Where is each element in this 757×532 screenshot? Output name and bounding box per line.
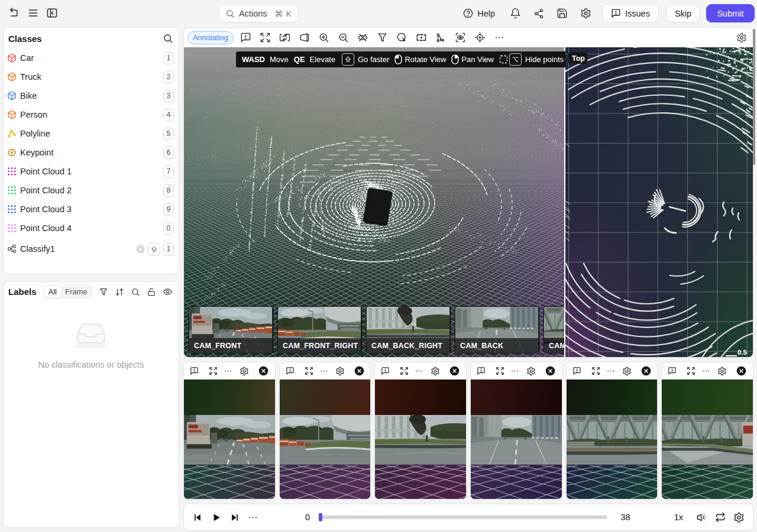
svg-text:CAM_: CAM_ [549, 342, 564, 350]
svg-text:CAM_FRONT: CAM_FRONT [194, 342, 241, 350]
svg-text:CAM_BACK_RIGHT: CAM_BACK_RIGHT [371, 342, 442, 350]
svg-text:CAM_BACK: CAM_BACK [460, 342, 503, 350]
svg-text:Top: Top [572, 54, 585, 63]
svg-text:CAM_FRONT_RIGHT: CAM_FRONT_RIGHT [283, 342, 358, 350]
svg-text:0.5: 0.5 [737, 349, 748, 356]
